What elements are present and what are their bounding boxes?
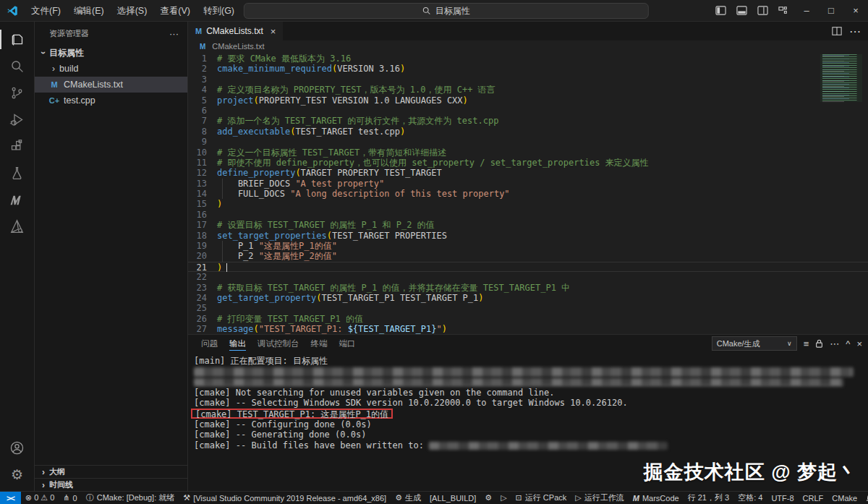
code-line[interactable]: 17# 设置目标 TEST_TARGET 的属性 P_1 和 P_2 的值 — [188, 220, 868, 230]
status-eol[interactable]: CRLF — [799, 492, 828, 504]
status-marscode[interactable]: MMarsCode — [629, 492, 684, 504]
code-line[interactable]: 19 P_1 "这是属性P_1的值" — [188, 241, 868, 251]
code-line[interactable]: 16 — [188, 210, 868, 220]
tab-cmakelists[interactable]: M CMakeLists.txt × — [188, 22, 283, 40]
close-button[interactable]: × — [843, 0, 868, 22]
editor-more-actions-icon[interactable]: ⋯ — [849, 25, 861, 38]
output-channel-select[interactable]: CMake/生成 ∨ — [712, 336, 797, 351]
status-ports[interactable]: ⋔0 — [59, 492, 81, 504]
explorer-more-actions-icon[interactable]: ··· — [169, 28, 179, 39]
code-line[interactable]: 5project(PROPERTY_TEST VERSION 1.0 LANGU… — [188, 95, 868, 106]
code-line[interactable]: 4# 定义项目名称为 PROPERTY_TEST，版本号为 1.0，使用 C++… — [188, 85, 868, 95]
file-item[interactable]: C+test.cpp — [35, 93, 187, 108]
status-encoding[interactable]: UTF-8 — [767, 492, 798, 504]
code-line[interactable]: 15) — [188, 199, 868, 209]
cmake-view-icon[interactable] — [0, 213, 35, 240]
output-console[interactable]: [main] 正在配置项目: 目标属性[cmake] Not searching… — [188, 352, 868, 450]
code-line[interactable]: 12define_property(TARGET PROPERTY TEST_T… — [188, 168, 868, 178]
code-text: # 定义项目名称为 PROPERTY_TEST，版本号为 1.0，使用 C++ … — [217, 85, 495, 95]
panel-tab[interactable]: 终端 — [305, 335, 333, 352]
code-line[interactable]: 13 BRIEF_DOCS "A test property" — [188, 179, 868, 189]
status-build[interactable]: ⚙生成 — [391, 492, 425, 504]
code-line[interactable]: 22 — [188, 272, 868, 282]
status-workflow[interactable]: ▷运行工作流 — [571, 492, 628, 504]
code-line[interactable]: 11# 即使不使用 define_property，也可以使用 set_prop… — [188, 158, 868, 168]
sidebar-section-timeline[interactable]: ›时间线 — [35, 478, 187, 491]
status-language-mode[interactable]: CMake — [827, 492, 861, 504]
status-build-target[interactable]: [ALL_BUILD] — [425, 492, 480, 504]
code-line[interactable]: 20 P_2 "这是属性P_2的值" — [188, 251, 868, 261]
status-indentation[interactable]: 空格: 4 — [733, 492, 767, 504]
status-cursor-position[interactable]: 行 21，列 3 — [684, 492, 733, 504]
extensions-icon[interactable] — [0, 133, 35, 160]
split-editor-icon[interactable] — [832, 26, 842, 36]
menu-item[interactable]: 查看(V) — [153, 0, 197, 22]
code-line[interactable]: 1# 要求 CMake 最低版本为 3.16 — [188, 54, 868, 64]
status-cpack[interactable]: ⊡运行 CPack — [511, 492, 571, 504]
code-line[interactable]: 9 — [188, 137, 868, 147]
code-line[interactable]: 26# 打印变量 TEST_TARGET_P1 的值 — [188, 314, 868, 324]
menu-item[interactable]: 选择(S) — [111, 0, 154, 22]
panel-tab[interactable]: 问题 — [195, 335, 224, 352]
status-launch[interactable]: ▷ — [496, 492, 511, 504]
breadcrumb[interactable]: M CMakeLists.txt — [188, 40, 868, 52]
code-line[interactable]: 6 — [188, 106, 868, 116]
code-line[interactable]: 7# 添加一个名为 TEST_TARGET 的可执行文件，其源文件为 test.… — [188, 116, 868, 126]
status-kit[interactable]: ⚒[Visual Studio Community 2019 Release -… — [179, 492, 391, 504]
code-line[interactable]: 21) — [188, 262, 868, 272]
code-line[interactable]: 2cmake_minimum_required(VERSION 3.16) — [188, 64, 868, 74]
panel-more-actions-icon[interactable]: ⋯ — [830, 338, 839, 349]
toggle-panel-icon[interactable] — [731, 0, 752, 22]
status-cmake-status[interactable]: ⓘCMake: [Debug]: 就绪 — [82, 492, 179, 504]
explorer-icon[interactable] — [0, 26, 35, 53]
file-label: build — [59, 64, 78, 74]
output-settings-icon[interactable]: ≡ — [804, 338, 809, 349]
file-item[interactable]: ›build — [35, 61, 187, 77]
menu-item[interactable]: 文件(F) — [25, 0, 67, 22]
titlebar-right: – □ × — [710, 0, 868, 22]
sidebar-section-outline[interactable]: ›大纲 — [35, 465, 187, 478]
minimize-button[interactable]: – — [794, 0, 819, 22]
code-line[interactable]: 27message("TEST_TARGET_P1: ${TEST_TARGET… — [188, 324, 868, 334]
panel-tab[interactable]: 输出 — [224, 335, 252, 352]
code-line[interactable]: 24get_target_property(TEST_TARGET_P1 TES… — [188, 293, 868, 303]
command-center-search[interactable]: 目标属性 — [244, 3, 649, 19]
marscode-icon[interactable] — [0, 187, 35, 213]
code-line[interactable]: 25 — [188, 303, 868, 313]
status-remote[interactable]: >< — [0, 492, 21, 504]
code-line[interactable]: 10# 定义一个目标属性 TEST_TARGET，带有简短和详细描述 — [188, 148, 868, 158]
run-debug-icon[interactable] — [0, 106, 35, 133]
code-line[interactable]: 14 FULL_DOCS "A long description of this… — [188, 189, 868, 199]
settings-gear-icon[interactable]: ⚙ — [0, 461, 35, 488]
lock-scroll-icon[interactable] — [815, 339, 823, 348]
code-editor[interactable]: 1# 要求 CMake 最低版本为 3.162cmake_minimum_req… — [188, 52, 868, 334]
file-item[interactable]: MCMakeLists.txt — [35, 77, 187, 93]
minimap[interactable] — [820, 54, 862, 102]
testing-icon[interactable] — [0, 160, 35, 187]
close-panel-icon[interactable]: × — [856, 338, 862, 349]
maximize-button[interactable]: □ — [819, 0, 843, 22]
code-line[interactable]: 8add_executable(TEST_TARGET test.cpp) — [188, 127, 868, 137]
line-number: 8 — [188, 127, 217, 137]
source-control-icon[interactable] — [0, 80, 35, 106]
account-icon[interactable] — [0, 435, 35, 461]
workspace-root-folder[interactable]: › 目标属性 — [35, 45, 187, 61]
code-line[interactable]: 23# 获取目标 TEST_TARGET 的属性 P_1 的值，并将其存储在变量… — [188, 283, 868, 293]
panel-tab[interactable]: 端口 — [333, 335, 362, 352]
code-line[interactable]: 3 — [188, 74, 868, 85]
notifications-bell-icon[interactable] — [861, 492, 868, 504]
customize-layout-icon[interactable] — [773, 0, 794, 22]
toggle-secondary-sidebar-icon[interactable] — [752, 0, 773, 22]
cmake-file-icon: M — [200, 43, 205, 51]
code-line[interactable]: 18set_target_properties(TEST_TARGET PROP… — [188, 231, 868, 241]
search-view-icon[interactable] — [0, 53, 35, 80]
code-text: # 添加一个名为 TEST_TARGET 的可执行文件，其源文件为 test.c… — [217, 116, 498, 126]
status-debug[interactable]: ⚙ — [480, 492, 496, 504]
tab-close-icon[interactable]: × — [271, 26, 276, 37]
panel-tab[interactable]: 调试控制台 — [252, 335, 305, 352]
status-problems[interactable]: ⊗ 0 ⚠ 0 — [21, 492, 59, 504]
menu-item[interactable]: 转到(G) — [197, 0, 241, 22]
toggle-sidebar-icon[interactable] — [710, 0, 731, 22]
maximize-panel-icon[interactable]: ^ — [846, 338, 850, 349]
menu-item[interactable]: 编辑(E) — [67, 0, 111, 22]
